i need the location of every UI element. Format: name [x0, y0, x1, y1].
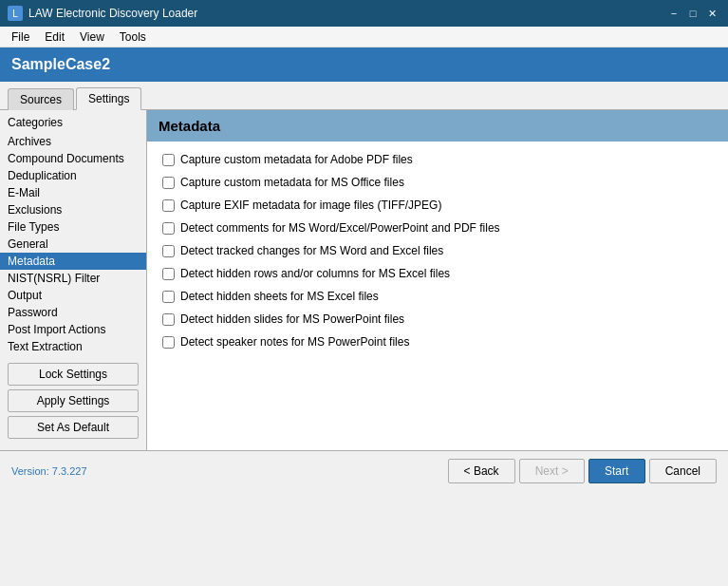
panel-header: Metadata	[147, 110, 728, 142]
checkbox-hidden-sheets: Detect hidden sheets for MS Excel files	[162, 290, 713, 303]
tab-bar: Sources Settings	[0, 82, 728, 110]
title-bar-left: L LAW Electronic Discovery Loader	[8, 6, 197, 21]
checkbox-hidden-slides: Detect hidden slides for MS PowerPoint f…	[162, 312, 713, 326]
title-bar-text: LAW Electronic Discovery Loader	[28, 7, 197, 20]
right-panel: Metadata Capture custom metadata for Ado…	[147, 110, 728, 450]
speaker-notes-checkbox[interactable]	[162, 336, 175, 349]
title-bar: L LAW Electronic Discovery Loader − □ ✕	[0, 0, 728, 27]
hidden-slides-checkbox[interactable]	[162, 313, 175, 326]
tab-sources[interactable]: Sources	[8, 88, 74, 110]
hidden-rows-cols-checkbox[interactable]	[162, 268, 175, 280]
app-title-bar: SampleCase2	[0, 47, 728, 82]
menu-file[interactable]: File	[4, 28, 37, 46]
adobe-pdf-label[interactable]: Capture custom metadata for Adobe PDF fi…	[180, 153, 413, 166]
hidden-slides-label[interactable]: Detect hidden slides for MS PowerPoint f…	[180, 312, 404, 326]
hidden-sheets-checkbox[interactable]	[162, 291, 175, 303]
version-label: Version: 7.3.227	[11, 465, 87, 477]
menu-edit[interactable]: Edit	[37, 28, 72, 46]
checkbox-ms-office: Capture custom metadata for MS Office fi…	[162, 176, 713, 189]
lock-settings-button[interactable]: Lock Settings	[8, 363, 139, 386]
category-deduplication[interactable]: Deduplication	[0, 167, 146, 184]
tracked-changes-label[interactable]: Detect tracked changes for MS Word and E…	[180, 244, 443, 257]
back-button[interactable]: < Back	[448, 459, 515, 483]
hidden-rows-cols-label[interactable]: Detect hidden rows and/or columns for MS…	[180, 267, 450, 280]
checkbox-ms-word-comments: Detect comments for MS Word/Excel/PowerP…	[162, 221, 713, 235]
next-button[interactable]: Next >	[519, 459, 585, 483]
category-text-extraction[interactable]: Text Extraction	[0, 338, 146, 355]
app-icon: L	[8, 6, 23, 21]
left-panel-buttons: Lock Settings Apply Settings Set As Defa…	[0, 355, 146, 446]
left-panel: Categories Archives Compound Documents D…	[0, 110, 147, 450]
category-nist-filter[interactable]: NIST(NSRL) Filter	[0, 270, 146, 287]
ms-word-comments-label[interactable]: Detect comments for MS Word/Excel/PowerP…	[180, 221, 500, 235]
category-output[interactable]: Output	[0, 287, 146, 304]
hidden-sheets-label[interactable]: Detect hidden sheets for MS Excel files	[180, 290, 379, 303]
category-post-import-actions[interactable]: Post Import Actions	[0, 321, 146, 338]
category-compound-documents[interactable]: Compound Documents	[0, 150, 146, 167]
ms-word-comments-checkbox[interactable]	[162, 222, 175, 235]
title-bar-controls: − □ ✕	[665, 5, 720, 22]
checkbox-speaker-notes: Detect speaker notes for MS PowerPoint f…	[162, 335, 713, 349]
category-email[interactable]: E-Mail	[0, 184, 146, 201]
footer: Version: 7.3.227 < Back Next > Start Can…	[0, 450, 728, 490]
category-exclusions[interactable]: Exclusions	[0, 201, 146, 218]
cancel-button[interactable]: Cancel	[649, 459, 717, 483]
footer-buttons: < Back Next > Start Cancel	[448, 459, 717, 483]
categories-label: Categories	[0, 114, 146, 133]
checkbox-hidden-rows-cols: Detect hidden rows and/or columns for MS…	[162, 267, 713, 280]
tab-settings[interactable]: Settings	[76, 87, 141, 110]
close-button[interactable]: ✕	[703, 5, 720, 22]
maximize-button[interactable]: □	[684, 5, 701, 22]
menu-tools[interactable]: Tools	[112, 28, 154, 46]
tracked-changes-checkbox[interactable]	[162, 245, 175, 257]
menu-view[interactable]: View	[72, 28, 112, 46]
apply-settings-button[interactable]: Apply Settings	[8, 389, 139, 412]
exif-checkbox[interactable]	[162, 199, 175, 212]
exif-label[interactable]: Capture EXIF metadata for image files (T…	[180, 198, 441, 212]
adobe-pdf-checkbox[interactable]	[162, 154, 175, 166]
checkbox-exif: Capture EXIF metadata for image files (T…	[162, 198, 713, 212]
minimize-button[interactable]: −	[665, 5, 682, 22]
start-button[interactable]: Start	[588, 459, 645, 483]
set-as-default-button[interactable]: Set As Default	[8, 416, 139, 439]
category-password[interactable]: Password	[0, 304, 146, 321]
panel-content: Capture custom metadata for Adobe PDF fi…	[147, 142, 728, 450]
checkbox-adobe-pdf: Capture custom metadata for Adobe PDF fi…	[162, 153, 713, 166]
content-row: Categories Archives Compound Documents D…	[0, 110, 728, 450]
ms-office-label[interactable]: Capture custom metadata for MS Office fi…	[180, 176, 404, 189]
speaker-notes-label[interactable]: Detect speaker notes for MS PowerPoint f…	[180, 335, 409, 349]
menu-bar: File Edit View Tools	[0, 27, 728, 47]
category-file-types[interactable]: File Types	[0, 218, 146, 236]
category-general[interactable]: General	[0, 236, 146, 253]
category-archives[interactable]: Archives	[0, 133, 146, 150]
checkbox-tracked-changes: Detect tracked changes for MS Word and E…	[162, 244, 713, 257]
ms-office-checkbox[interactable]	[162, 177, 175, 189]
app-title: SampleCase2	[11, 56, 110, 73]
category-metadata[interactable]: Metadata	[0, 253, 146, 270]
